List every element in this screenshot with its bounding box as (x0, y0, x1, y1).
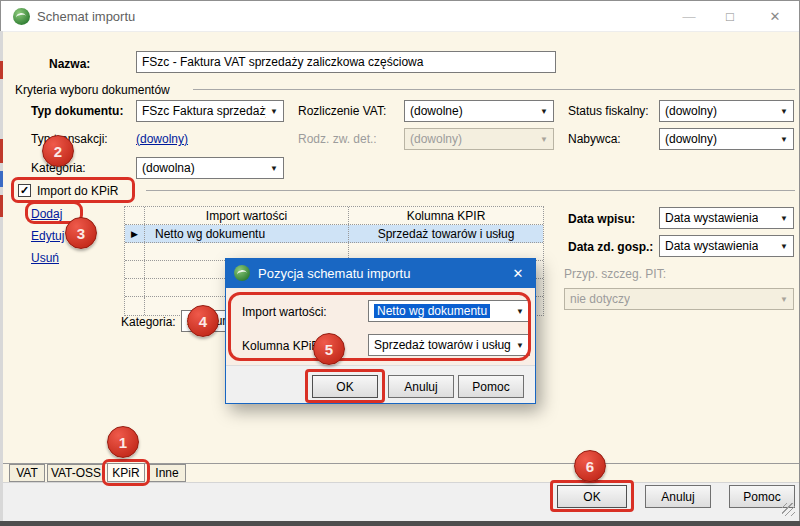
ok-button[interactable]: OK (557, 485, 627, 508)
document-type-select[interactable]: FSzc Faktura sprzedaży za ▼ (136, 100, 284, 122)
annotation-step-4: 4 (187, 305, 219, 337)
exemption-kind-select: (dowolny) ▼ (404, 128, 554, 150)
pit-case-label: Przyp. szczeg. PIT: (564, 267, 666, 281)
annotation-step-5: 5 (313, 333, 345, 365)
dropdown-arrow-icon: ▼ (780, 242, 788, 251)
document-type-label: Typ dokumentu: (31, 104, 123, 118)
annotation-step-1: 1 (107, 426, 139, 458)
delete-link[interactable]: Usuń (31, 251, 59, 265)
import-kpir-checkbox[interactable]: ✓ (18, 184, 31, 197)
column-header-kpir-column: Kolumna KPIR (349, 207, 543, 224)
dialog-title: Pozycja schematu importu (258, 266, 410, 281)
resize-grip-icon[interactable] (782, 503, 795, 516)
dialog-ok-button[interactable]: OK (312, 375, 378, 398)
tab-vat[interactable]: VAT (9, 464, 45, 482)
cancel-button[interactable]: Anuluj (645, 485, 711, 508)
kpir-column-label: Kolumna KPiR: (242, 339, 323, 353)
dropdown-arrow-icon: ▼ (540, 135, 548, 144)
vat-settlement-select[interactable]: (dowolne) ▼ (404, 100, 554, 122)
category-select[interactable]: (dowolna) ▼ (136, 157, 284, 179)
section-separator-line (146, 190, 795, 191)
tab-vat-oss[interactable]: VAT-OSS (47, 464, 105, 482)
name-label: Nazwa: (49, 57, 90, 71)
row-selector-header (125, 207, 145, 224)
name-input[interactable] (136, 51, 556, 73)
row-marker-icon: ▶ (125, 225, 145, 242)
entry-date-select[interactable]: Data wystawienia ▼ (659, 207, 794, 229)
gt-app-icon (234, 265, 250, 281)
import-schema-item-dialog: Pozycja schematu importu ✕ Import wartoś… (225, 258, 536, 404)
annotation-step-2: 2 (42, 135, 74, 167)
dropdown-arrow-icon: ▼ (540, 107, 548, 116)
dialog-title-bar: Pozycja schematu importu ✕ (226, 259, 535, 288)
table-header-row: Import wartości Kolumna KPIR (125, 207, 543, 225)
close-button[interactable]: ✕ (758, 1, 792, 31)
economic-event-date-select[interactable]: Data wystawienia ▼ (659, 235, 794, 257)
transaction-type-link[interactable]: (dowolny) (136, 132, 188, 146)
dropdown-arrow-icon: ▼ (780, 214, 788, 223)
dropdown-arrow-icon: ▼ (270, 164, 278, 173)
buyer-label: Nabywca: (568, 132, 621, 146)
maximize-button[interactable]: □ (713, 1, 747, 31)
dropdown-arrow-icon: ▼ (780, 135, 788, 144)
annotation-step-6: 6 (574, 450, 606, 482)
tab-kpir[interactable]: KPiR (107, 463, 145, 482)
table-row-selected[interactable]: ▶ Netto wg dokumentu Sprzedaż towarów i … (125, 225, 543, 243)
criteria-group-label: Kryteria wyboru dokumentów (15, 83, 170, 97)
dropdown-arrow-icon: ▼ (780, 295, 788, 304)
add-link[interactable]: Dodaj (31, 207, 62, 221)
background-bottom-strip (0, 521, 800, 526)
annotation-step-3: 3 (65, 217, 97, 249)
dialog-cancel-button[interactable]: Anuluj (388, 375, 454, 398)
economic-event-date-label: Data zd. gosp.: (568, 240, 653, 254)
import-value-select[interactable]: Netto wg dokumentu ▼ (368, 300, 530, 322)
import-kpir-label: Import do KPiR (37, 184, 118, 198)
window-title: Schemat importu (37, 9, 135, 24)
dialog-close-button[interactable]: ✕ (501, 259, 535, 288)
exemption-kind-label: Rodz. zw. det.: (298, 132, 377, 146)
fiscal-status-label: Status fiskalny: (568, 104, 649, 118)
buyer-select[interactable]: (dowolny) ▼ (659, 128, 794, 150)
dropdown-arrow-icon: ▼ (516, 341, 524, 350)
background-edge-strip (0, 31, 3, 521)
column-header-import-value: Import wartości (145, 207, 349, 224)
dropdown-arrow-icon: ▼ (270, 107, 278, 116)
vat-settlement-label: Rozliczenie VAT: (298, 104, 386, 118)
title-bar: Schemat importu — □ ✕ (1, 1, 799, 32)
minimize-button[interactable]: — (672, 1, 706, 31)
criteria-group-line (193, 89, 795, 90)
fiscal-status-select[interactable]: (dowolny) ▼ (659, 100, 794, 122)
edit-link[interactable]: Edytuj (31, 229, 64, 243)
pit-case-select: nie dotyczy ▼ (564, 288, 794, 310)
gt-app-icon (13, 8, 30, 25)
tab-inne[interactable]: Inne (148, 464, 186, 482)
entry-date-label: Data wpisu: (568, 212, 635, 226)
import-value-label: Import wartości: (242, 305, 327, 319)
dialog-help-button[interactable]: Pomoc (458, 375, 524, 398)
kpir-category-label: Kategoria: (121, 315, 176, 329)
import-schema-window: Schemat importu — □ ✕ Nazwa: Kryteria wy… (0, 0, 800, 521)
dropdown-arrow-icon: ▼ (780, 107, 788, 116)
kpir-column-select[interactable]: Sprzedaż towarów i usług ▼ (368, 334, 530, 356)
dropdown-arrow-icon: ▼ (516, 307, 524, 316)
